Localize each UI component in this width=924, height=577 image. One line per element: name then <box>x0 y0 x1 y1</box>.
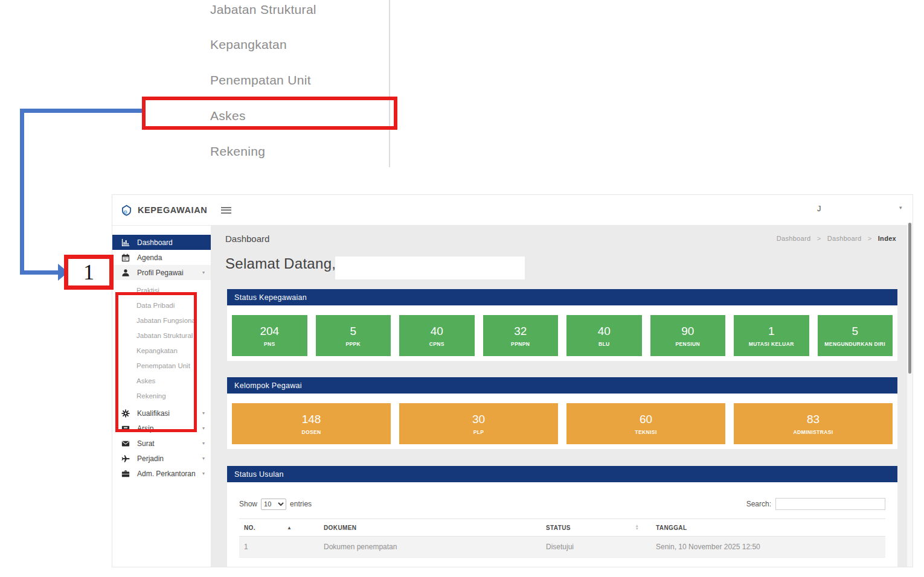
breadcrumb-separator: > <box>817 235 821 242</box>
stat-value: 40 <box>598 325 611 338</box>
fragment-menu-item: Kepangkatan <box>210 37 287 52</box>
app-topbar: KEPEGAWAIAN J ▾ <box>112 195 913 226</box>
step-1-label: 1 <box>83 260 94 285</box>
submenu-item-askes[interactable]: Askes <box>112 373 211 388</box>
bar-chart-icon <box>121 238 130 247</box>
submenu-item-praktisi[interactable]: Praktisi <box>112 282 211 298</box>
submenu-item-penempatan-unit[interactable]: Penempatan Unit <box>112 358 211 373</box>
column-header-status[interactable]: STATUS ▲▼ <box>546 524 656 531</box>
arrow-segment <box>20 270 58 275</box>
app-body: Dashboard Agenda Profil Pegawai ▾ Pr <box>112 225 913 567</box>
sidebar: Dashboard Agenda Profil Pegawai ▾ Pr <box>112 225 211 567</box>
chevron-down-icon: ▾ <box>202 471 205 476</box>
sidebar-item-label: Kualifikasi <box>137 409 170 418</box>
breadcrumb-item[interactable]: Dashboard <box>827 235 862 242</box>
submenu-item-rekening[interactable]: Rekening <box>112 388 211 403</box>
stat-card-administrasi: 83ADMINISTRASI <box>734 403 893 444</box>
submenu-item-jabatan-struktural[interactable]: Jabatan Struktural <box>112 328 211 343</box>
panel-kelompok-pegawai: Kelompok Pegawai 148DOSEN 30PLP 60TEKNIS… <box>227 377 897 449</box>
stat-value: 1 <box>768 325 775 338</box>
column-label: STATUS <box>546 524 571 531</box>
stat-card-cpns: 40CPNS <box>399 315 475 356</box>
chevron-down-icon: ▾ <box>202 270 205 275</box>
brand-title: KEPEGAWAIAN <box>138 205 207 215</box>
sort-both-icon: ▲▼ <box>635 524 639 531</box>
stat-value: 204 <box>260 325 279 338</box>
fragment-menu-item: Rekening <box>210 144 265 159</box>
stat-label: MUTASI KELUAR <box>749 341 794 347</box>
breadcrumb-item[interactable]: Dashboard <box>777 235 811 242</box>
chevron-down-icon: ▾ <box>202 426 205 431</box>
brand-logo-icon <box>121 205 132 216</box>
column-header-no[interactable]: NO. ▲ <box>239 524 324 531</box>
table-controls: Show 10 entries Search: <box>239 482 885 510</box>
stat-card-mengundurkan-diri: 5MENGUNDURKAN DIRI <box>818 315 893 356</box>
stat-card-teknisi: 60TEKNISI <box>566 403 725 444</box>
stat-label: ADMINISTRASI <box>793 429 833 435</box>
sidebar-item-kualifikasi[interactable]: Kualifikasi ▾ <box>112 406 211 421</box>
submenu-item-jabatan-fungsional[interactable]: Jabatan Fungsional <box>112 313 211 328</box>
stat-value: 32 <box>514 325 527 338</box>
stat-card-row: 204PNS 5PPPK 40CPNS 32PPNPN 40BLU 90PENS… <box>227 305 897 361</box>
submenu-item-kepangkatan[interactable]: Kepangkatan <box>112 343 211 358</box>
search-input[interactable] <box>775 498 885 510</box>
stat-label: BLU <box>598 341 610 347</box>
user-menu-caret-icon[interactable]: ▾ <box>899 205 902 211</box>
panel-status-kepegawaian: Status Kepegawaian 204PNS 5PPPK 40CPNS 3… <box>227 289 897 361</box>
entries-select[interactable]: 10 <box>261 499 286 510</box>
sidebar-item-agenda[interactable]: Agenda <box>112 250 211 265</box>
sidebar-item-surat[interactable]: Surat ▾ <box>112 436 211 451</box>
stat-label: PNS <box>264 341 275 347</box>
column-header-tanggal[interactable]: TANGGAL <box>656 524 885 531</box>
sidebar-item-perjadin[interactable]: Perjadin ▾ <box>112 451 211 466</box>
sidebar-item-arsip[interactable]: Arsip ▾ <box>112 421 211 436</box>
user-name-text: J <box>817 204 821 213</box>
sidebar-item-label: Surat <box>137 439 155 448</box>
sidebar-item-adm-perkantoran[interactable]: Adm. Perkantoran ▾ <box>112 466 211 481</box>
fragment-menu-item: Jabatan Struktural <box>210 2 316 17</box>
sidebar-item-label: Dashboard <box>137 238 173 247</box>
cell-no: 1 <box>239 543 324 551</box>
table-header-row: NO. ▲ DOKUMEN STATUS ▲▼ TANGGAL <box>239 518 885 537</box>
stat-label: TEKNISI <box>635 429 656 435</box>
stat-label: PENSIUN <box>675 341 700 347</box>
submenu-item-data-pribadi[interactable]: Data Pribadi <box>112 298 211 313</box>
stat-label: CPNS <box>429 341 444 347</box>
cell-dokumen: Dokumen penempatan <box>324 543 546 551</box>
stat-card-pppk: 5PPPK <box>316 315 391 356</box>
entries-label: entries <box>290 500 312 508</box>
status-usulan-body: Show 10 entries Search: <box>227 482 897 567</box>
stat-value: 148 <box>302 413 321 426</box>
stat-value: 60 <box>640 413 652 426</box>
brand: KEPEGAWAIAN <box>112 205 211 216</box>
page-title: Dashboard <box>225 234 269 244</box>
stat-card-mutasi-keluar: 1MUTASI KELUAR <box>734 315 809 356</box>
stat-label: PPPK <box>345 341 361 347</box>
column-header-dokumen[interactable]: DOKUMEN <box>324 524 546 531</box>
briefcase-icon <box>121 469 130 478</box>
stat-label: PLP <box>473 429 484 435</box>
column-label: NO. <box>244 524 255 531</box>
sidebar-item-profil-pegawai[interactable]: Profil Pegawai ▾ <box>112 265 211 280</box>
stat-card-plp: 30PLP <box>399 403 558 444</box>
sidebar-item-label: Arsip <box>137 424 153 433</box>
chevron-down-icon: ▾ <box>202 456 205 461</box>
stat-label: DOSEN <box>301 429 321 435</box>
search-label: Search: <box>746 500 771 508</box>
show-label: Show <box>239 500 257 508</box>
panel-title: Status Kepegawaian <box>227 289 897 305</box>
hamburger-menu-icon[interactable] <box>221 205 231 215</box>
stat-value: 83 <box>807 413 820 426</box>
sidebar-item-label: Perjadin <box>137 454 164 463</box>
welcome-heading: Selamat Datang, <box>225 255 336 272</box>
sidebar-item-label: Agenda <box>137 253 162 262</box>
sidebar-item-dashboard[interactable]: Dashboard <box>112 235 211 250</box>
chevron-down-icon: ▾ <box>202 410 205 416</box>
table-row: 1 Dokumen penempatan Disetujui Senin, 10… <box>239 537 885 558</box>
calendar-icon <box>121 253 130 262</box>
scrollbar-thumb[interactable] <box>908 223 911 374</box>
panel-status-usulan: Status Usulan Show 10 entries Search: <box>227 466 897 567</box>
main-content: Dashboard Dashboard > Dashboard > Index … <box>211 225 913 567</box>
fragment-divider <box>389 0 390 167</box>
cell-status: Disetujui <box>546 543 656 551</box>
